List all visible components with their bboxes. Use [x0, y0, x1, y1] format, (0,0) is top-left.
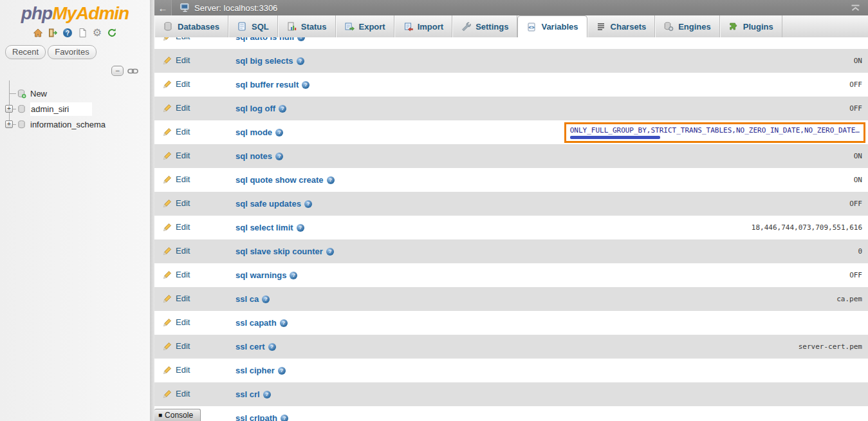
table-row: Edit sql slave skip counter 0: [154, 239, 868, 263]
edit-link[interactable]: Edit: [163, 365, 190, 375]
tab-charsets[interactable]: Charsets: [587, 15, 656, 37]
variable-help-icon[interactable]: [290, 272, 297, 279]
variable-help-icon[interactable]: [280, 319, 288, 327]
variable-value: OFF: [309, 80, 868, 89]
edit-link[interactable]: Edit: [163, 174, 190, 184]
pencil-icon: [163, 365, 172, 375]
variable-help-icon[interactable]: [304, 200, 312, 208]
tree-item-admin-siri[interactable]: + admin_siri: [4, 101, 150, 117]
variable-help-icon[interactable]: [297, 57, 304, 65]
edit-link[interactable]: Edit: [163, 246, 190, 256]
edit-label: Edit: [176, 222, 190, 232]
variable-help-icon[interactable]: [297, 37, 305, 41]
expand-plus-icon[interactable]: +: [5, 120, 13, 128]
variable-help-icon[interactable]: [326, 248, 334, 256]
link-icon[interactable]: [127, 68, 138, 75]
back-arrow-button[interactable]: ←: [154, 0, 172, 15]
recent-button[interactable]: Recent: [5, 45, 46, 59]
edit-link[interactable]: Edit: [163, 222, 190, 232]
logout-icon[interactable]: [47, 27, 59, 39]
panel-splitter[interactable]: [150, 0, 154, 421]
edit-label: Edit: [176, 174, 190, 184]
variable-help-icon[interactable]: [262, 295, 270, 303]
engines-icon: [663, 21, 674, 32]
variable-help-icon[interactable]: [302, 81, 309, 89]
tab-export[interactable]: Export: [336, 15, 394, 37]
variable-help-icon[interactable]: [268, 343, 276, 351]
edit-link[interactable]: Edit: [163, 103, 190, 113]
edit-link[interactable]: Edit: [163, 55, 190, 65]
tree-item-new[interactable]: New: [4, 86, 150, 101]
refresh-icon[interactable]: [106, 27, 118, 39]
variable-help-icon[interactable]: [297, 224, 304, 232]
database-icon: [17, 120, 26, 129]
edit-label: Edit: [176, 103, 190, 113]
variable-help-icon[interactable]: [327, 176, 335, 184]
edit-link[interactable]: Edit: [163, 270, 190, 279]
table-row: Edit sql safe updates OFF: [154, 192, 868, 216]
expand-plus-icon[interactable]: +: [5, 105, 13, 113]
sql-mode-highlight-box: ONLY_FULL_GROUP_BY,STRICT_TRANS_TABLES,N…: [564, 122, 865, 143]
tab-settings[interactable]: Settings: [452, 15, 517, 37]
edit-link[interactable]: Edit: [163, 37, 190, 41]
table-row: Edit ssl cipher: [154, 359, 868, 382]
favorites-button[interactable]: Favorites: [48, 45, 96, 59]
edit-label: Edit: [176, 127, 190, 136]
edit-label: Edit: [176, 246, 190, 256]
settings-gear-icon[interactable]: ⚙: [91, 27, 103, 39]
sql-icon: [237, 21, 247, 32]
home-icon[interactable]: [32, 27, 44, 39]
variable-name: ssl cert: [235, 342, 265, 351]
tab-sql[interactable]: SQL: [228, 15, 278, 37]
variable-help-icon[interactable]: [263, 391, 271, 398]
database-icon: [17, 104, 26, 114]
variable-value: 0: [334, 247, 868, 256]
edit-link[interactable]: Edit: [163, 341, 190, 351]
tab-databases[interactable]: Databases: [154, 15, 228, 37]
edit-link[interactable]: Edit: [163, 127, 190, 136]
tab-label: Databases: [178, 22, 219, 32]
variable-help-icon[interactable]: [275, 129, 283, 136]
pencil-icon: [163, 151, 172, 160]
variable-value: OFF: [312, 200, 868, 208]
edit-link[interactable]: Edit: [163, 317, 190, 327]
pencil-icon: [163, 55, 172, 65]
variable-value: ON: [304, 57, 868, 65]
tab-import[interactable]: Import: [394, 15, 452, 37]
variable-help-icon[interactable]: [278, 367, 286, 375]
table-row: Edit sql warnings OFF: [154, 263, 868, 287]
variable-name: sql big selects: [235, 56, 293, 66]
tree-item-information-schema[interactable]: + information_schema: [4, 117, 150, 132]
edit-label: Edit: [176, 55, 190, 65]
edit-link[interactable]: Edit: [163, 389, 190, 398]
variable-help-icon[interactable]: [279, 105, 286, 113]
variable-help-icon[interactable]: [281, 415, 288, 421]
edit-link[interactable]: Edit: [163, 151, 190, 160]
navigation-sidebar: phpMyAdmin ? ⚙ Recent Favorites −: [0, 0, 150, 421]
edit-link[interactable]: Edit: [163, 198, 190, 208]
console-label: Console: [165, 411, 193, 420]
console-button[interactable]: ■ Console: [154, 409, 201, 421]
tab-status[interactable]: Status: [278, 15, 336, 37]
variable-value: OFF: [297, 271, 868, 279]
pencil-icon: [163, 198, 172, 208]
pencil-icon: [163, 37, 172, 41]
edit-link[interactable]: Edit: [163, 294, 190, 303]
tab-variables[interactable]: <> Variables: [517, 15, 587, 37]
collapse-top-icon[interactable]: [851, 5, 860, 12]
tab-engines[interactable]: Engines: [655, 15, 720, 37]
main-panel: ← Server: localhost:3306 Databases SQL S…: [154, 0, 868, 421]
import-icon: [403, 21, 413, 32]
highlight-underline-bar: [570, 136, 660, 139]
collapse-all-icon[interactable]: −: [111, 66, 124, 76]
settings-icon: [461, 21, 471, 32]
pencil-icon: [163, 174, 172, 184]
phpmyadmin-logo[interactable]: phpMyAdmin: [0, 0, 150, 24]
help-icon[interactable]: ?: [62, 27, 73, 39]
edit-link[interactable]: Edit: [163, 79, 190, 89]
variable-value: 18,446,744,073,709,551,616: [304, 223, 868, 232]
documentation-icon[interactable]: [77, 27, 88, 39]
tab-label: Charsets: [611, 22, 647, 32]
tab-plugins[interactable]: Plugins: [720, 15, 782, 37]
variable-help-icon[interactable]: [275, 153, 283, 160]
